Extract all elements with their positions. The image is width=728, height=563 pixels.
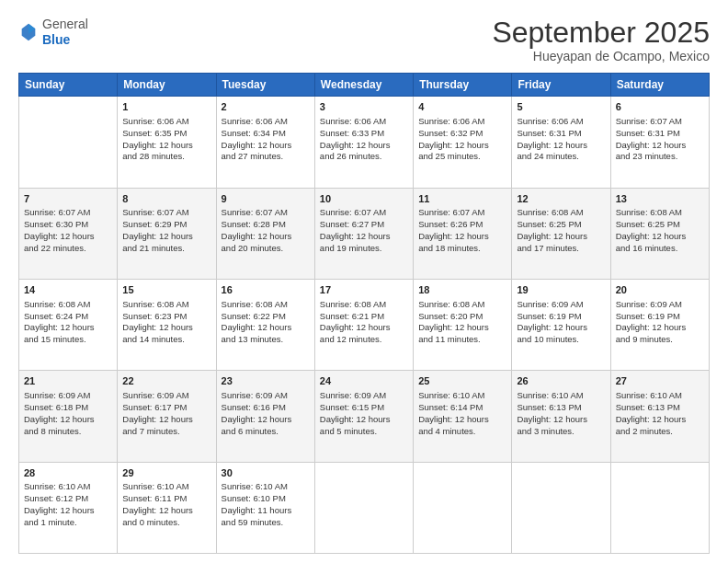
day-info: Sunset: 6:28 PM	[222, 219, 310, 231]
day-info: and 24 minutes.	[517, 151, 605, 163]
day-info: Sunset: 6:30 PM	[24, 219, 112, 231]
day-number: 6	[616, 100, 704, 114]
day-info: Daylight: 12 hours	[122, 140, 210, 152]
calendar-row-2: 7Sunrise: 6:07 AMSunset: 6:30 PMDaylight…	[19, 188, 710, 279]
day-info: Sunset: 6:27 PM	[320, 219, 408, 231]
day-info: Daylight: 12 hours	[418, 322, 506, 334]
day-number: 9	[222, 192, 310, 206]
day-info: and 4 minutes.	[418, 426, 506, 438]
day-info: Sunrise: 6:09 AM	[616, 299, 704, 311]
day-number: 7	[24, 192, 112, 206]
weekday-header-row: SundayMondayTuesdayWednesdayThursdayFrid…	[19, 74, 710, 97]
day-info: Sunset: 6:25 PM	[616, 219, 704, 231]
day-info: Daylight: 12 hours	[122, 505, 210, 517]
day-number: 21	[24, 374, 112, 388]
day-info: Daylight: 12 hours	[320, 140, 408, 152]
weekday-header-tuesday: Tuesday	[216, 74, 314, 97]
calendar-cell: 5Sunrise: 6:06 AMSunset: 6:31 PMDaylight…	[512, 97, 610, 188]
day-info: Sunrise: 6:08 AM	[517, 207, 605, 219]
logo-general: General	[42, 17, 88, 31]
day-number: 30	[222, 466, 310, 480]
day-number: 19	[517, 283, 605, 297]
day-info: Sunrise: 6:08 AM	[418, 299, 506, 311]
day-info: Sunrise: 6:09 AM	[320, 390, 408, 402]
day-number: 13	[616, 192, 704, 206]
day-info: Sunset: 6:14 PM	[418, 402, 506, 414]
day-info: Sunset: 6:19 PM	[616, 311, 704, 323]
day-info: Daylight: 12 hours	[517, 140, 605, 152]
day-number: 24	[320, 374, 408, 388]
day-info: Daylight: 12 hours	[517, 414, 605, 426]
day-info: Sunset: 6:31 PM	[616, 128, 704, 140]
day-number: 12	[517, 192, 605, 206]
day-info: Sunset: 6:23 PM	[122, 311, 210, 323]
calendar-row-5: 28Sunrise: 6:10 AMSunset: 6:12 PMDayligh…	[19, 462, 710, 553]
day-info: and 9 minutes.	[616, 334, 704, 346]
day-info: Sunset: 6:13 PM	[517, 402, 605, 414]
day-info: Sunrise: 6:08 AM	[24, 299, 112, 311]
day-info: Sunset: 6:29 PM	[122, 219, 210, 231]
calendar-cell: 11Sunrise: 6:07 AMSunset: 6:26 PMDayligh…	[414, 188, 512, 279]
weekday-header-friday: Friday	[512, 74, 610, 97]
day-info: Daylight: 12 hours	[418, 231, 506, 243]
day-info: and 12 minutes.	[320, 334, 408, 346]
day-number: 27	[616, 374, 704, 388]
calendar-cell: 15Sunrise: 6:08 AMSunset: 6:23 PMDayligh…	[118, 279, 216, 370]
calendar-cell: 7Sunrise: 6:07 AMSunset: 6:30 PMDaylight…	[19, 188, 118, 279]
day-number: 14	[24, 283, 112, 297]
day-info: Sunset: 6:12 PM	[24, 493, 112, 505]
day-info: Sunset: 6:17 PM	[122, 402, 210, 414]
day-info: Sunrise: 6:09 AM	[122, 390, 210, 402]
day-info: Daylight: 12 hours	[616, 231, 704, 243]
calendar-row-4: 21Sunrise: 6:09 AMSunset: 6:18 PMDayligh…	[19, 371, 710, 462]
day-info: and 19 minutes.	[320, 243, 408, 255]
day-info: Daylight: 12 hours	[222, 414, 310, 426]
calendar-cell: 27Sunrise: 6:10 AMSunset: 6:13 PMDayligh…	[610, 371, 709, 462]
day-info: Sunrise: 6:07 AM	[222, 207, 310, 219]
day-info: Sunrise: 6:07 AM	[122, 207, 210, 219]
day-info: and 22 minutes.	[24, 243, 112, 255]
calendar-cell	[512, 462, 610, 553]
day-info: Sunset: 6:19 PM	[517, 311, 605, 323]
day-info: Daylight: 12 hours	[24, 414, 112, 426]
day-number: 11	[418, 192, 506, 206]
day-number: 26	[517, 374, 605, 388]
day-info: Sunset: 6:26 PM	[418, 219, 506, 231]
day-info: and 59 minutes.	[222, 517, 310, 529]
calendar-cell: 10Sunrise: 6:07 AMSunset: 6:27 PMDayligh…	[314, 188, 413, 279]
calendar-cell: 8Sunrise: 6:07 AMSunset: 6:29 PMDaylight…	[118, 188, 216, 279]
day-info: Daylight: 12 hours	[418, 414, 506, 426]
day-number: 22	[122, 374, 210, 388]
calendar-cell	[414, 462, 512, 553]
day-number: 4	[418, 100, 506, 114]
day-info: and 2 minutes.	[616, 426, 704, 438]
location: Hueyapan de Ocampo, Mexico	[492, 49, 710, 63]
day-info: Sunset: 6:10 PM	[222, 493, 310, 505]
day-number: 29	[122, 466, 210, 480]
weekday-header-thursday: Thursday	[414, 74, 512, 97]
day-info: Daylight: 12 hours	[24, 322, 112, 334]
day-number: 20	[616, 283, 704, 297]
day-info: Sunrise: 6:08 AM	[122, 299, 210, 311]
calendar-cell: 21Sunrise: 6:09 AMSunset: 6:18 PMDayligh…	[19, 371, 118, 462]
day-number: 16	[222, 283, 310, 297]
day-info: Sunrise: 6:06 AM	[122, 116, 210, 128]
day-number: 8	[122, 192, 210, 206]
day-info: Sunrise: 6:10 AM	[24, 481, 112, 493]
calendar-cell: 12Sunrise: 6:08 AMSunset: 6:25 PMDayligh…	[512, 188, 610, 279]
day-info: Sunrise: 6:06 AM	[418, 116, 506, 128]
calendar-cell: 26Sunrise: 6:10 AMSunset: 6:13 PMDayligh…	[512, 371, 610, 462]
day-info: Sunrise: 6:07 AM	[24, 207, 112, 219]
calendar-cell: 16Sunrise: 6:08 AMSunset: 6:22 PMDayligh…	[216, 279, 314, 370]
calendar-cell	[19, 97, 118, 188]
logo-icon	[18, 22, 39, 42]
calendar-row-3: 14Sunrise: 6:08 AMSunset: 6:24 PMDayligh…	[19, 279, 710, 370]
day-info: Sunrise: 6:10 AM	[122, 481, 210, 493]
day-info: and 13 minutes.	[222, 334, 310, 346]
day-info: Daylight: 12 hours	[517, 322, 605, 334]
day-info: Sunrise: 6:10 AM	[222, 481, 310, 493]
calendar-cell: 6Sunrise: 6:07 AMSunset: 6:31 PMDaylight…	[610, 97, 709, 188]
day-info: Daylight: 12 hours	[320, 231, 408, 243]
day-info: and 16 minutes.	[616, 243, 704, 255]
day-info: and 8 minutes.	[24, 426, 112, 438]
